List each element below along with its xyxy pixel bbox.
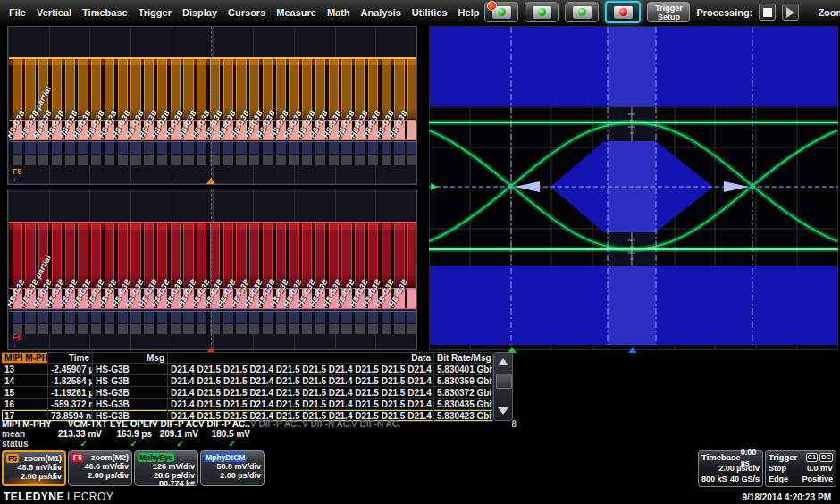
measure-header[interactable]: VCM-TX xyxy=(52,419,102,429)
trigger-setup-button[interactable]: Trigger Setup xyxy=(647,2,690,22)
timebase-box[interactable]: Timebase 0.00 µs 2.00 µs/div 800 kS 40 G… xyxy=(698,450,763,487)
measure-row-label-mean: mean xyxy=(2,429,52,439)
decode-symbol-row xyxy=(9,324,416,334)
trigger-level: 0.0 mV xyxy=(807,463,833,474)
descriptor-mphydtcm[interactable]: MphyDtCM 50.0 mV/div 2.00 µs/div xyxy=(200,450,265,486)
measure-header[interactable]: V DIF-N AC... xyxy=(351,419,400,429)
trigger-single-button[interactable]: 1 xyxy=(565,2,599,22)
menu-cursors[interactable]: Cursors xyxy=(223,4,271,21)
trigger-source-badge: C1 xyxy=(806,453,819,462)
cursor-band xyxy=(608,27,656,345)
channel-badge: F5 xyxy=(6,454,19,463)
horizontal-scale: 2.00 µs/div xyxy=(71,472,129,481)
trigger-auto-button[interactable] xyxy=(484,2,518,22)
measure-value: 209.1 mV xyxy=(152,429,198,439)
oscilloscope-screen: File Vertical Timebase Trigger Display C… xyxy=(0,0,840,504)
menu-bar: File Vertical Timebase Trigger Display C… xyxy=(0,0,840,25)
trigger-position-line xyxy=(211,189,212,349)
timebase-scale: 2.00 µs/div xyxy=(718,463,760,474)
scroll-thumb[interactable] xyxy=(496,374,512,389)
table-scrollbar[interactable] xyxy=(493,352,513,421)
trace-name: zoom(M1) xyxy=(19,454,62,463)
menu-file[interactable]: File xyxy=(4,4,31,21)
decode-bus-bars xyxy=(9,222,416,286)
trigger-normal-button[interactable] xyxy=(525,2,559,22)
scroll-up-button[interactable] xyxy=(495,353,511,371)
menu-items: File Vertical Timebase Trigger Display C… xyxy=(0,4,484,21)
scope-screen-icon xyxy=(614,6,633,19)
single-trigger-number: 1 xyxy=(569,13,573,21)
decode-bit-row xyxy=(9,141,416,154)
menu-vertical[interactable]: Vertical xyxy=(31,4,77,21)
channel-tag-f6: F6↓ xyxy=(13,333,22,349)
measure-value: 213.33 mV xyxy=(52,429,102,439)
processing-stop-button[interactable] xyxy=(759,4,776,21)
menu-math[interactable]: Math xyxy=(322,4,356,21)
waveform-panel-zoom-m1[interactable]: HS-G3BHS-G3B partialHS-G3BHS-G3BHS-G3BHS… xyxy=(7,26,417,185)
trigger-title: Trigger xyxy=(769,452,797,463)
col-header-data: Data xyxy=(168,353,434,363)
trigger-coupling-badge: DC xyxy=(819,453,833,462)
status-check-icon: ✓ xyxy=(152,439,198,449)
trigger-setup-label-line2: Setup xyxy=(658,13,680,21)
trigger-type: Edge xyxy=(769,474,788,484)
channel-badge: F6 xyxy=(71,453,84,462)
channel-badge: MphyEye xyxy=(138,453,174,462)
status-check-icon: ✓ xyxy=(52,439,102,449)
measure-value: 180.5 mV xyxy=(198,429,250,439)
measure-header[interactable]: V DIF-N AC... xyxy=(302,419,351,429)
timebase-samples: 800 kS xyxy=(701,474,727,484)
channel-badge: MphyDtCM xyxy=(204,453,247,462)
measure-header[interactable]: T EYE OPEN xyxy=(102,419,152,429)
play-icon xyxy=(786,7,794,18)
processing-play-button[interactable] xyxy=(782,4,799,21)
eye-diagram xyxy=(429,26,838,350)
scope-screen-icon xyxy=(573,6,592,19)
decode-analog-row xyxy=(9,120,416,140)
channel-tag-f5: F5↓ xyxy=(13,168,22,183)
measure-title: MIPI M-PHY xyxy=(2,419,52,429)
eye-marker-blue[interactable] xyxy=(628,347,637,353)
menu-measure[interactable]: Measure xyxy=(271,4,322,21)
sample-count: 80.774 k# xyxy=(138,480,195,489)
trigger-slope: Positive xyxy=(802,474,833,484)
menu-help[interactable]: Help xyxy=(453,4,485,21)
arrow-down-icon xyxy=(498,407,508,415)
eye-diagram-panel[interactable] xyxy=(429,26,838,350)
trigger-stop-button[interactable] xyxy=(605,1,641,23)
measure-header[interactable]: V DIF-P AC... xyxy=(250,419,302,429)
trigger-box[interactable]: Trigger C1 DC Stop 0.0 mV Edge Positive xyxy=(765,450,836,487)
table-row[interactable]: 13-2.45907 µs HS-G3BD21.4 D21.5 D21.5 D2… xyxy=(2,364,493,375)
measure-header[interactable]: V DIF-P AC... xyxy=(152,419,198,429)
menu-trigger[interactable]: Trigger xyxy=(133,4,177,21)
trigger-time-marker[interactable] xyxy=(206,178,215,184)
trigger-position-line xyxy=(211,27,212,184)
arrow-up-icon xyxy=(498,358,508,365)
status-bar: TELEDYNELECROY 9/18/2014 4:20:23 PM xyxy=(0,490,840,504)
waveform-panel-zoom-m2[interactable]: HS-G3BHS-G3B partialHS-G3BHS-G3BHS-G3BHS… xyxy=(7,189,417,350)
scope-screen-icon xyxy=(533,6,551,19)
table-row[interactable]: 14-1.82584 µs HS-G3BD21.4 D21.5 D21.5 D2… xyxy=(2,375,493,387)
decode-symbol-row xyxy=(9,155,416,165)
decode-analog-row xyxy=(9,288,416,309)
menu-timebase[interactable]: Timebase xyxy=(77,4,133,21)
table-header-row: MIPI M-PHY Time Msg Data Bit Rate/Msg xyxy=(2,353,493,364)
horizontal-scale: 2.00 µs/div xyxy=(204,472,261,481)
scroll-down-button[interactable] xyxy=(495,402,511,420)
trace-name: zoom(M2) xyxy=(84,453,129,462)
table-row[interactable]: 16-559.372 ns HS-G3BD21.4 D21.5 D21.5 D2… xyxy=(2,399,493,410)
menu-analysis[interactable]: Analysis xyxy=(356,4,407,21)
measure-header[interactable]: V DIF-P AC... xyxy=(198,419,250,429)
status-check-icon: ✓ xyxy=(198,439,250,449)
zoom-button[interactable]: Zoom xyxy=(818,7,840,18)
timebase-title: Timebase xyxy=(701,452,741,463)
descriptor-mphyeye[interactable]: MphyEye 126 mV/div 28.6 ps/div 80.774 k# xyxy=(134,450,198,486)
table-row[interactable]: 15-1.19261 µs HS-G3BD21.4 D21.5 D21.5 D2… xyxy=(2,387,493,399)
menu-utilities[interactable]: Utilities xyxy=(407,4,453,21)
descriptor-f6-zoom-m2[interactable]: F6 zoom(M2) 46.6 mV/div 2.00 µs/div xyxy=(68,450,132,486)
col-header-msg: Msg xyxy=(93,353,168,363)
datetime: 9/18/2014 4:20:23 PM xyxy=(742,492,831,502)
descriptor-f5-zoom-m1[interactable]: F5 zoom(M1) 48.5 mV/div 2.00 µs/div xyxy=(2,450,66,486)
menu-display[interactable]: Display xyxy=(177,4,223,21)
decode-bus-bars xyxy=(9,57,416,119)
